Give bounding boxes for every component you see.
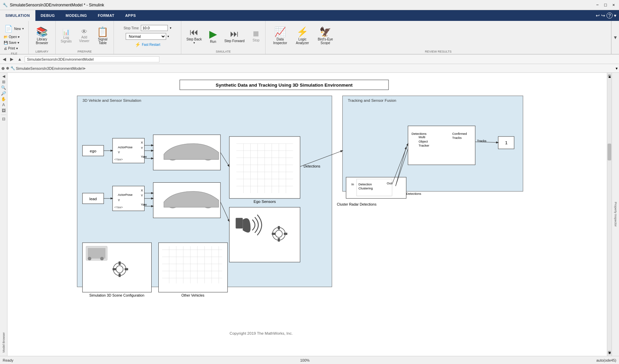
tab-apps[interactable]: APPS: [120, 10, 141, 21]
open-button[interactable]: 📂 Open ▾: [2, 34, 21, 39]
birds-eye-icon: 🦅: [319, 26, 331, 37]
run-icon: ▶: [209, 28, 217, 40]
breadcrumb-input[interactable]: [25, 56, 159, 62]
ribbon-group-file: 📄 New ▾ 📂 Open ▾ 💾 Save ▾ 🖨 Print ▾ FILE: [0, 21, 29, 54]
svg-text:ActorPose: ActorPose: [118, 145, 133, 149]
run-button[interactable]: ▶ Run: [206, 26, 220, 46]
tab-debug[interactable]: DEBUG: [35, 10, 60, 21]
tab-simulation[interactable]: SIMULATION: [0, 10, 35, 21]
svg-text:Tracks: Tracks: [452, 136, 462, 140]
menu-tabs: SIMULATION DEBUG MODELING FORMAT APPS ↩ …: [0, 10, 619, 21]
close-button[interactable]: ×: [611, 2, 616, 8]
pan-btn[interactable]: ✋: [1, 97, 6, 101]
prepare-group-label: PREPARE: [58, 49, 112, 53]
sidebar-expand-btn[interactable]: ◀: [2, 74, 5, 79]
svg-text:Object: Object: [419, 140, 428, 143]
library-browser-button[interactable]: 📚 Library Browser: [33, 25, 51, 46]
svg-rect-52: [119, 262, 121, 265]
main-body: ◀ ⊞ 🔍 🔎 ✋ A 🖼 ⊟ Model Browser Synthetic …: [0, 73, 619, 356]
svg-text:<Yaw>: <Yaw>: [114, 206, 123, 209]
radar-sensor-block: [229, 207, 300, 262]
svg-text:Out: Out: [387, 181, 392, 185]
maximize-button[interactable]: □: [603, 2, 608, 8]
svg-text:Synthetic Data and Tracking Us: Synthetic Data and Tracking Using 3D Sim…: [216, 83, 353, 88]
image-btn[interactable]: 🖼: [2, 108, 6, 113]
svg-rect-43: [278, 238, 280, 242]
stop-time-dropdown[interactable]: ▾: [170, 26, 172, 30]
svg-text:lead: lead: [89, 197, 97, 201]
svg-text:Y: Y: [141, 194, 143, 198]
data-inspector-button[interactable]: 📈 Data Inspector: [270, 25, 290, 46]
help-button[interactable]: ?: [607, 12, 613, 19]
v-scroll-up-btn[interactable]: ▲: [608, 74, 611, 78]
address-expand-btn[interactable]: ⊕: [6, 66, 9, 70]
svg-point-48: [88, 257, 92, 261]
step-back-button[interactable]: ⏮ Step Back ▾: [183, 26, 205, 46]
nav-back-button[interactable]: ◀: [1, 56, 7, 62]
open-dropdown: ▾: [18, 35, 20, 39]
stop-button[interactable]: ⏹ Stop: [249, 26, 263, 46]
signal-table-button[interactable]: 📋 Signal Table: [94, 25, 112, 46]
address-model-name: SimulateSensorsIn3DEnvironmentModel: [16, 66, 83, 70]
zoom-out-btn[interactable]: 🔎: [1, 91, 6, 96]
redo-button[interactable]: ↪: [601, 13, 605, 18]
svg-text:Detections: Detections: [406, 192, 422, 195]
svg-text:3D Vehicle and Sensor Simulati: 3D Vehicle and Sensor Simulation: [83, 98, 141, 102]
step-back-dropdown[interactable]: ▾: [193, 41, 195, 44]
svg-text:Copyright 2019 The MathWorks, : Copyright 2019 The MathWorks, Inc.: [229, 331, 292, 335]
v-scrollbar[interactable]: ▲ ▼: [607, 73, 612, 356]
svg-text:Yaw: Yaw: [141, 203, 147, 206]
minimize-button[interactable]: −: [595, 2, 600, 8]
nav-forward-button[interactable]: ▶: [9, 56, 15, 62]
svg-text:Y: Y: [118, 150, 120, 154]
mode-select[interactable]: Normal Accelerator Rapid Accelerator: [126, 33, 166, 40]
svg-rect-42: [278, 226, 280, 230]
save-button[interactable]: 💾 Save ▾: [2, 40, 21, 45]
svg-point-49: [100, 257, 104, 261]
v-scroll-thumb[interactable]: [608, 144, 611, 160]
nav-up-button[interactable]: ▲: [16, 56, 23, 62]
log-signals-button[interactable]: 📊 Log Signals: [58, 26, 75, 46]
svg-text:ActorPose: ActorPose: [118, 193, 133, 196]
review-group-label: REVIEW RESULTS: [268, 49, 609, 53]
status-bar: Ready 100% auto(ode45): [0, 356, 619, 364]
undo-button[interactable]: ↩: [596, 13, 600, 18]
model-browser-label: Model Browser: [2, 332, 5, 353]
address-bar: ⊕ ⊕ 🔧 SimulateSensorsIn3DEnvironmentMode…: [0, 64, 619, 73]
ribbon-collapse-button[interactable]: ▾: [614, 13, 616, 18]
stop-time-label: Stop Time: [124, 26, 139, 30]
fast-restart-icon: ⚡: [135, 42, 141, 47]
svg-text:Y: Y: [141, 146, 143, 150]
logic-analyzer-button[interactable]: ⚡ Logic Analyzer: [293, 25, 312, 46]
library-browser-icon: 📚: [36, 26, 48, 37]
new-button[interactable]: 📄 New ▾: [2, 24, 26, 34]
address-bar-dropdown[interactable]: ▾: [616, 66, 618, 71]
zoom-in-btn[interactable]: 🔍: [1, 85, 6, 90]
annotation-btn[interactable]: A: [2, 102, 5, 107]
svg-text:Cluster Radar Detections: Cluster Radar Detections: [337, 202, 376, 206]
step-forward-button[interactable]: ⏭ Step Forward: [221, 26, 248, 46]
ribbon-expand-button[interactable]: ▼: [613, 35, 618, 40]
mode-dropdown: ▾: [167, 35, 169, 38]
stop-time-input[interactable]: [141, 25, 168, 31]
sidebar-toggle-btn[interactable]: ⊟: [2, 117, 5, 121]
add-viewer-button[interactable]: 👁 Add Viewer: [76, 26, 92, 46]
new-icon: 📄: [4, 25, 13, 33]
left-sidebar: ◀ ⊞ 🔍 🔎 ✋ A 🖼 ⊟ Model Browser: [0, 73, 7, 356]
tab-format[interactable]: FORMAT: [92, 10, 120, 21]
library-group-label: LIBRARY: [31, 49, 53, 53]
property-inspector-label[interactable]: Property Inspector: [614, 202, 617, 227]
v-scroll-down-btn[interactable]: ▼: [608, 351, 611, 354]
tab-modeling[interactable]: MODELING: [60, 10, 92, 21]
svg-rect-39: [236, 218, 243, 229]
ribbon-group-review: 📈 Data Inspector ⚡ Logic Analyzer 🦅 Bird…: [266, 21, 611, 54]
svg-text:Detections: Detections: [304, 164, 320, 168]
svg-text:Multi: Multi: [419, 135, 425, 139]
svg-text:X: X: [141, 188, 143, 192]
svg-text:Y: Y: [118, 198, 120, 202]
zoom-fit-btn[interactable]: ⊞: [2, 80, 5, 84]
other-vehicles-block: [159, 243, 228, 292]
print-button[interactable]: 🖨 Print ▾: [2, 46, 20, 51]
fast-restart-label[interactable]: Fast Restart: [142, 43, 160, 47]
birds-eye-scope-button[interactable]: 🦅 Bird's-Eye Scope: [315, 25, 336, 46]
